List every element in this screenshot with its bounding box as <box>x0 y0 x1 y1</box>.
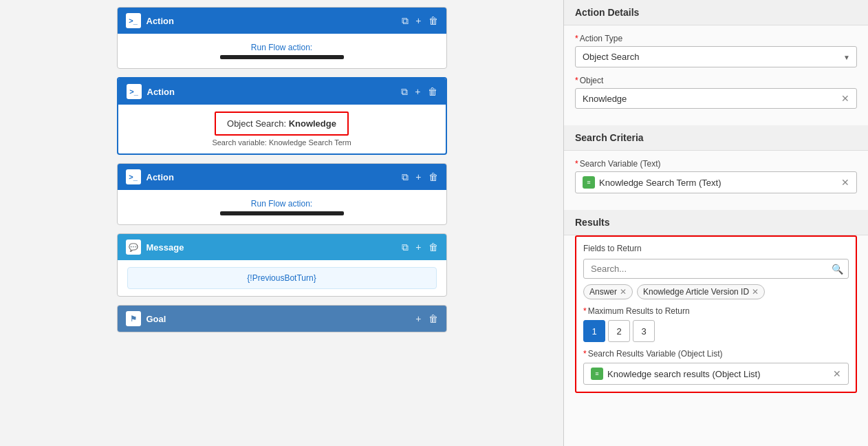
action-icon-1: >_ <box>126 13 141 28</box>
trash-icon-1[interactable]: 🗑 <box>428 15 438 26</box>
search-variable-label: * Search Variable (Text) <box>575 159 857 169</box>
message-body: {!PreviousBotTurn} <box>118 260 446 296</box>
results-header: Results <box>564 210 868 235</box>
action-type-section: * Action Type Object Search * Object Kno… <box>564 25 868 125</box>
required-star-sv: * <box>575 159 578 169</box>
card-header-1: >_ Action ⧉ + 🗑 <box>118 8 446 34</box>
action-card-3[interactable]: >_ Action ⧉ + 🗑 Run Flow action: <box>117 163 447 225</box>
card-body-3: Run Flow action: <box>118 190 446 224</box>
object-search-bold: Knowledge <box>289 118 336 129</box>
tags-row: Answer ✕ Knowledge Article Version ID ✕ <box>583 284 849 299</box>
trash-icon-3[interactable]: 🗑 <box>428 171 438 182</box>
plus-icon-3[interactable]: + <box>415 171 421 182</box>
message-label: Message <box>147 242 184 253</box>
message-content: {!PreviousBotTurn} <box>127 267 437 289</box>
required-star-action-type: * <box>575 34 578 43</box>
object-label: * Object <box>575 76 857 85</box>
object-value: Knowledge <box>583 94 627 104</box>
tag-answer-remove[interactable]: ✕ <box>620 287 627 297</box>
card-header-2: >_ Action ⧉ + 🗑 <box>118 78 446 105</box>
message-card[interactable]: 💬 Message ⧉ + 🗑 {!PreviousBotTurn} <box>117 233 447 297</box>
object-search-box: Object Search: Knowledge <box>215 111 349 136</box>
search-variable-clear-button[interactable]: ✕ <box>841 177 849 188</box>
action-label-3: Action <box>147 172 174 182</box>
search-results-var-label: * Search Results Variable (Object List) <box>583 349 849 359</box>
max-results-btn-1[interactable]: 1 <box>583 320 605 342</box>
action-label-2: Action <box>147 87 175 97</box>
tag-answer-label: Answer <box>589 287 617 297</box>
run-flow-label-1: Run Flow action: <box>251 43 312 52</box>
run-flow-label-3: Run Flow action: <box>251 199 312 209</box>
search-variable-icon: ≡ <box>583 176 595 189</box>
card-body-1: Run Flow action: <box>118 34 446 68</box>
trash-icon-goal[interactable]: 🗑 <box>428 313 438 324</box>
goal-label: Goal <box>147 314 166 324</box>
max-results-buttons: 1 2 3 <box>583 320 849 342</box>
search-criteria-section: * Search Variable (Text) ≡ Knowledge Sea… <box>564 151 868 210</box>
goal-card[interactable]: ⚑ Goal + 🗑 <box>117 305 447 332</box>
goal-header-left: ⚑ Goal <box>126 311 166 326</box>
required-star-srv: * <box>583 349 587 359</box>
results-box: Fields to Return 🔍 Answer ✕ Knowledge Ar… <box>575 235 857 393</box>
search-results-var-chip-left: ≡ Knowledge search results (Object List) <box>591 368 761 380</box>
required-star-max: * <box>583 306 587 316</box>
search-variable-chip: ≡ Knowledge Search Term (Text) ✕ <box>575 171 857 193</box>
message-header: 💬 Message ⧉ + 🗑 <box>118 234 446 260</box>
action-icon-3: >_ <box>126 169 141 184</box>
goal-header: ⚑ Goal + 🗑 <box>118 306 446 332</box>
fields-search-input[interactable] <box>583 259 849 279</box>
fields-to-return-label: Fields to Return <box>583 244 849 253</box>
search-variable-group: * Search Variable (Text) ≡ Knowledge Sea… <box>575 159 857 193</box>
tag-kavid-remove[interactable]: ✕ <box>752 287 759 297</box>
copy-icon-2[interactable]: ⧉ <box>401 86 408 98</box>
plus-icon-1[interactable]: + <box>415 15 421 26</box>
header-actions-2: ⧉ + 🗑 <box>401 86 437 98</box>
action-icon-2: >_ <box>127 84 142 99</box>
redacted-bar-3 <box>220 211 344 215</box>
search-results-var-chip: ≡ Knowledge search results (Object List)… <box>583 363 849 385</box>
header-title-1: >_ Action <box>126 13 174 28</box>
header-actions-1: ⧉ + 🗑 <box>402 15 437 27</box>
trash-icon-msg[interactable]: 🗑 <box>428 242 438 253</box>
goal-header-actions: + 🗑 <box>415 313 437 324</box>
search-icon: 🔍 <box>832 264 843 275</box>
copy-icon-3[interactable]: ⧉ <box>402 171 409 183</box>
header-actions-3: ⧉ + 🗑 <box>402 171 437 183</box>
object-clear-button[interactable]: ✕ <box>841 93 849 104</box>
action-type-select[interactable]: Object Search <box>575 46 857 67</box>
search-criteria-header: Search Criteria <box>564 125 868 151</box>
action-type-select-wrapper[interactable]: Object Search <box>575 46 857 67</box>
plus-icon-msg[interactable]: + <box>415 242 421 253</box>
copy-icon-msg[interactable]: ⧉ <box>402 242 409 253</box>
message-header-left: 💬 Message <box>126 240 184 255</box>
message-header-actions: ⧉ + 🗑 <box>402 242 437 253</box>
action-card-2[interactable]: >_ Action ⧉ + 🗑 Object Search: Knowledge… <box>117 77 447 155</box>
plus-icon-goal[interactable]: + <box>415 313 421 324</box>
search-variable-label: Search variable: Knowledge Search Term <box>212 138 351 147</box>
trash-icon-2[interactable]: 🗑 <box>428 86 437 97</box>
plus-icon-2[interactable]: + <box>415 86 420 97</box>
right-panel: Action Details * Action Type Object Sear… <box>564 0 868 446</box>
header-title-3: >_ Action <box>126 169 174 184</box>
tag-kavid-label: Knowledge Article Version ID <box>643 287 749 297</box>
search-results-var-value: Knowledge search results (Object List) <box>607 369 761 379</box>
card-header-3: >_ Action ⧉ + 🗑 <box>118 164 446 190</box>
action-card-1[interactable]: >_ Action ⧉ + 🗑 Run Flow action: <box>117 7 447 69</box>
action-type-group: * Action Type Object Search <box>575 34 857 67</box>
copy-icon-1[interactable]: ⧉ <box>402 15 409 27</box>
goal-icon: ⚑ <box>126 311 141 326</box>
action-label-1: Action <box>147 16 174 26</box>
search-variable-value: Knowledge Search Term (Text) <box>599 178 721 188</box>
message-icon: 💬 <box>126 240 141 255</box>
object-search-text: Object Search: <box>227 118 289 129</box>
object-chip-field: Knowledge ✕ <box>575 88 857 109</box>
max-results-btn-3[interactable]: 3 <box>633 320 655 342</box>
fields-search-wrapper[interactable]: 🔍 <box>583 259 849 279</box>
redacted-bar-1 <box>220 55 344 59</box>
required-star-object: * <box>575 76 578 85</box>
tag-kavid: Knowledge Article Version ID ✕ <box>637 284 765 299</box>
search-results-var-clear[interactable]: ✕ <box>833 368 841 379</box>
object-group: * Object Knowledge ✕ <box>575 76 857 109</box>
max-results-btn-2[interactable]: 2 <box>608 320 630 342</box>
tag-answer: Answer ✕ <box>583 284 633 299</box>
